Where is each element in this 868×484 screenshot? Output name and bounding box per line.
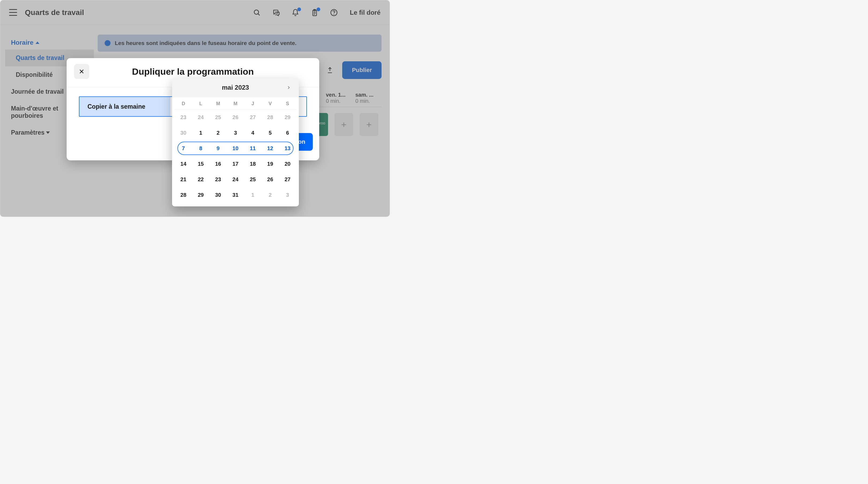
day-cell[interactable]: 18 [244,156,261,172]
day-cell[interactable]: 22 [192,172,210,187]
day-cell[interactable]: 27 [279,172,296,187]
day-cell[interactable]: 3 [279,187,296,203]
day-cell[interactable]: 9 [210,141,227,156]
datepicker-month-title: mai 2023 [186,84,284,91]
day-cell[interactable]: 11 [244,141,261,156]
day-cell[interactable]: 1 [244,187,261,203]
day-cell[interactable]: 24 [227,172,244,187]
day-cell[interactable]: 31 [227,187,244,203]
app-window: Quarts de travail [0,0,390,217]
day-cell[interactable]: 1 [192,125,210,141]
day-cell[interactable]: 12 [261,141,279,156]
dow-6: S [279,97,296,110]
day-cell[interactable]: 25 [210,110,227,125]
day-cell[interactable]: 24 [192,110,210,125]
day-cell[interactable]: 5 [261,125,279,141]
close-button[interactable] [74,64,89,79]
date-picker: mai 2023 DLMMJVS 23242526272829301234567… [172,78,299,206]
day-cell[interactable]: 26 [261,172,279,187]
day-cell[interactable]: 25 [244,172,261,187]
dow-4: J [244,97,261,110]
modal-title: Dupliquer la programmation [89,66,312,77]
day-cell[interactable]: 7 [175,141,192,156]
day-cell[interactable]: 19 [261,156,279,172]
dow-3: M [227,97,244,110]
dow-5: V [261,97,279,110]
day-cell[interactable]: 27 [244,110,261,125]
day-cell[interactable]: 23 [210,172,227,187]
day-cell[interactable]: 17 [227,156,244,172]
dow-1: L [192,97,210,110]
day-cell[interactable]: 28 [261,110,279,125]
day-cell[interactable]: 30 [210,187,227,203]
copy-to-week-label: Copier à la semaine [80,97,170,116]
day-cell[interactable]: 2 [210,125,227,141]
day-cell[interactable]: 30 [175,125,192,141]
day-cell[interactable]: 10 [227,141,244,156]
day-cell[interactable]: 8 [192,141,210,156]
day-cell[interactable]: 28 [175,187,192,203]
day-cell[interactable]: 16 [210,156,227,172]
day-cell[interactable]: 29 [279,110,296,125]
day-cell[interactable]: 13 [279,141,296,156]
dow-2: M [210,97,227,110]
day-cell[interactable]: 2 [261,187,279,203]
day-cell[interactable]: 14 [175,156,192,172]
day-cell[interactable]: 23 [175,110,192,125]
next-month-button[interactable] [284,83,293,92]
day-cell[interactable]: 20 [279,156,296,172]
day-cell[interactable]: 29 [192,187,210,203]
day-cell[interactable]: 26 [227,110,244,125]
day-cell[interactable]: 4 [244,125,261,141]
day-cell[interactable]: 21 [175,172,192,187]
dow-0: D [175,97,192,110]
day-cell[interactable]: 15 [192,156,210,172]
day-cell[interactable]: 6 [279,125,296,141]
day-cell[interactable]: 3 [227,125,244,141]
